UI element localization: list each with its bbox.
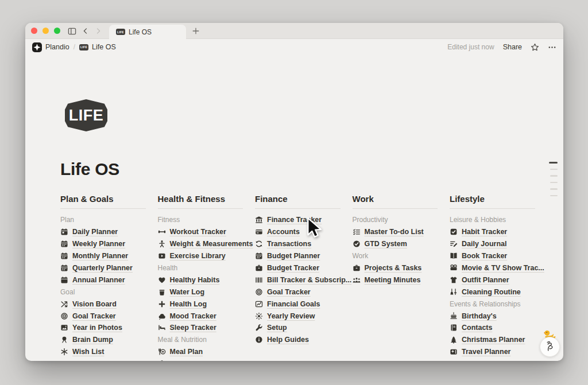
chart-icon	[255, 300, 263, 308]
category-columns: Plan & Goals Plan Daily Planner Weekly P…	[60, 193, 535, 361]
target-icon	[60, 312, 68, 320]
page-link[interactable]: Mood Tracker	[158, 312, 216, 320]
page-title[interactable]: Life OS	[60, 159, 119, 180]
section-label: Events & Relationships	[450, 300, 520, 308]
page-link[interactable]: Weekly Planner	[60, 240, 125, 248]
page-link[interactable]: Book Tracker	[450, 252, 507, 260]
briefcase-icon	[255, 264, 263, 272]
column-title: Work	[353, 193, 438, 205]
table-of-contents-rail[interactable]	[545, 162, 558, 201]
page-link[interactable]: Weight & Measurements	[158, 240, 253, 248]
close-window-button[interactable]	[31, 28, 37, 34]
section-label: Fitness	[158, 216, 180, 224]
page-link[interactable]: Movie & TV Show Trac...	[450, 264, 544, 272]
barcode-icon	[255, 276, 263, 284]
calendar-icon	[255, 252, 263, 260]
breadcrumb-page[interactable]: LIFE Life OS	[79, 43, 116, 51]
page-link[interactable]: Sleep Tracker	[158, 324, 216, 332]
page-content: LIFE Life OS Plan & Goals Plan Daily Pla…	[25, 55, 563, 361]
page-link[interactable]: Setup	[255, 324, 287, 332]
checkbox-icon	[450, 228, 458, 236]
page-link[interactable]: Health Log	[158, 300, 207, 308]
page-link[interactable]: Exercise Library	[158, 252, 226, 260]
toc-dash[interactable]	[550, 195, 558, 197]
page-link[interactable]: Bill Tracker & Subscrip...	[255, 276, 351, 284]
page-link[interactable]: Monthly Planner	[60, 252, 128, 260]
workspace-switcher[interactable]: Plandio	[32, 42, 69, 52]
page-link[interactable]: Outfit Planner	[450, 276, 509, 284]
toolbar-actions: Edited just now Share	[447, 43, 556, 52]
page-link[interactable]: Habit Tracker	[450, 228, 507, 236]
item-row: Outfit Planner	[450, 274, 535, 286]
page-link[interactable]: Budget Planner	[255, 252, 320, 260]
share-button[interactable]: Share	[503, 43, 522, 51]
page-link[interactable]: Meeting Minutes	[353, 276, 421, 284]
toc-dash-active[interactable]	[549, 162, 558, 164]
page-link[interactable]: Christmas Planner	[450, 336, 525, 344]
item-row: Health Log	[158, 298, 243, 310]
item-row: Birthday's	[450, 310, 535, 322]
item-row: Brain Dump	[60, 334, 146, 346]
page-link[interactable]: Projects & Tasks	[353, 264, 422, 272]
page-link[interactable]: Goal Tracker	[255, 288, 311, 296]
page-link[interactable]: Vision Board	[60, 300, 117, 308]
tab-life-os[interactable]: LIFE Life OS	[109, 25, 186, 39]
more-options-icon[interactable]	[548, 43, 556, 52]
page-link[interactable]: Travel Planner	[450, 348, 510, 356]
sidebar-toggle-icon[interactable]	[67, 26, 77, 36]
category-column: Lifestyle Leisure & Hobbies Habit Tracke…	[450, 193, 535, 361]
page-link[interactable]: Master To-do List	[353, 228, 424, 236]
page-link[interactable]: Accounts	[255, 228, 300, 236]
item-row: Budget Tracker	[255, 262, 341, 274]
page-link[interactable]: Help Guides	[255, 336, 309, 344]
page-link[interactable]: Brain Dump	[60, 336, 113, 344]
page-link[interactable]: Budget Tracker	[255, 264, 319, 272]
page-link[interactable]: Healthy Habits	[158, 276, 220, 284]
back-icon[interactable]	[80, 26, 91, 36]
page-link[interactable]: Water Log	[158, 288, 205, 296]
new-tab-button[interactable]	[191, 26, 201, 36]
column-body: Leisure & Hobbies Habit Tracker Daily Jo…	[450, 214, 535, 358]
page-link[interactable]: Quarterly Planner	[60, 264, 133, 272]
item-row: Movie & TV Show Trac...	[450, 262, 535, 274]
page-link[interactable]: Daily Planner	[60, 228, 118, 236]
workspace-name: Plandio	[45, 43, 69, 51]
toc-dash[interactable]	[550, 169, 558, 170]
dumbbell-icon	[158, 228, 166, 236]
page-link[interactable]: Daily Journal	[450, 240, 507, 248]
page-link[interactable]: Contacts	[450, 324, 492, 332]
column-divider	[255, 208, 341, 209]
page-link[interactable]: Meal Plan	[158, 348, 203, 356]
page-link[interactable]: GTD System	[353, 240, 407, 248]
column-divider	[158, 208, 243, 209]
forward-icon[interactable]	[93, 26, 103, 36]
scribble-fab-button[interactable]	[540, 337, 560, 357]
page-link[interactable]: Year in Photos	[60, 324, 122, 332]
breadcrumb-separator: /	[74, 43, 75, 51]
page-link[interactable]: Transactions	[255, 240, 311, 248]
page-link[interactable]: Cleaning Routine	[450, 288, 521, 296]
column-divider	[353, 208, 438, 209]
page-link[interactable]: Workout Tracker	[158, 228, 226, 236]
item-row: Vision Board	[60, 298, 146, 310]
toc-dash[interactable]	[550, 182, 558, 184]
item-row: Daily Journal	[450, 238, 535, 250]
toolbar: Plandio / LIFE Life OS Edited just now S…	[25, 39, 563, 55]
page-link[interactable]: Annual Planner	[60, 276, 125, 284]
page-link[interactable]: Yearly Review	[255, 312, 315, 320]
star-icon[interactable]	[531, 43, 539, 52]
toc-dash[interactable]	[550, 175, 558, 177]
page-link[interactable]: Wish List	[60, 348, 104, 356]
zoom-window-button[interactable]	[54, 28, 60, 34]
page-link[interactable]: Financial Goals	[255, 300, 320, 308]
page-link[interactable]: Goal Tracker	[60, 312, 116, 320]
toc-dash[interactable]	[550, 188, 558, 190]
shirt-icon	[450, 276, 458, 284]
item-row: Healthy Habits	[158, 274, 243, 286]
page-link[interactable]: Birthday's	[450, 312, 497, 320]
card-icon	[255, 228, 263, 236]
page-icon[interactable]: LIFE	[65, 99, 107, 131]
page-link[interactable]: Weekly Groceries & Kit	[158, 360, 249, 361]
minimize-window-button[interactable]	[42, 28, 49, 34]
section-row: Productivity	[353, 214, 438, 226]
